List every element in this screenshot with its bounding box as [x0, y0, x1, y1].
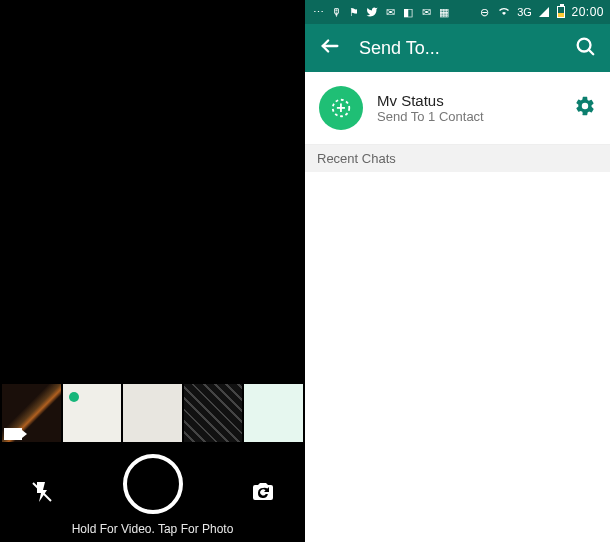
notification-icon: ⚑: [347, 5, 361, 19]
mail-icon: ✉: [383, 5, 397, 19]
shutter-button[interactable]: [123, 454, 183, 514]
svg-line-3: [589, 50, 593, 54]
twitter-icon: [365, 5, 379, 19]
camera-hint: Hold For Video. Tap For Photo: [0, 522, 305, 536]
app-bar: Send To...: [305, 24, 610, 72]
video-indicator-icon: [4, 428, 22, 440]
mail-icon: ✉: [419, 5, 433, 19]
signal-icon: [537, 5, 551, 19]
notification-icon: ◧: [401, 5, 415, 19]
battery-icon: [557, 6, 565, 18]
notification-icon: 🎙: [329, 5, 343, 19]
gear-icon[interactable]: [574, 95, 596, 121]
thumbnail[interactable]: [244, 384, 303, 442]
status-title: Mv Status: [377, 92, 560, 109]
search-icon[interactable]: [574, 35, 596, 61]
recent-thumbnails: [0, 384, 305, 442]
camera-viewfinder[interactable]: [0, 0, 305, 384]
my-status-row[interactable]: + Mv Status Send To 1 Contact: [305, 72, 610, 145]
status-subtitle: Send To 1 Contact: [377, 109, 560, 124]
thumbnail[interactable]: [2, 384, 61, 442]
recent-chats-header: Recent Chats: [305, 145, 610, 172]
status-text: Mv Status Send To 1 Contact: [377, 92, 560, 124]
send-to-pane: ⋯ 🎙 ⚑ ✉ ◧ ✉ ▦ ⊖ 3G 20:00 Send To...: [305, 0, 610, 542]
thumbnail[interactable]: [184, 384, 243, 442]
thumbnail[interactable]: [63, 384, 122, 442]
android-statusbar: ⋯ 🎙 ⚑ ✉ ◧ ✉ ▦ ⊖ 3G 20:00: [305, 0, 610, 24]
wifi-icon: [497, 5, 511, 19]
back-icon[interactable]: [319, 35, 341, 61]
dnd-icon: ⊖: [477, 5, 491, 19]
flash-off-icon[interactable]: [28, 478, 56, 506]
notification-icon: ▦: [437, 5, 451, 19]
status-add-icon: +: [319, 86, 363, 130]
thumbnail[interactable]: [123, 384, 182, 442]
page-title: Send To...: [359, 38, 440, 59]
camera-controls: Hold For Video. Tap For Photo: [0, 442, 305, 542]
network-label: 3G: [517, 5, 531, 19]
notification-icon: ⋯: [311, 5, 325, 19]
switch-camera-icon[interactable]: [249, 478, 277, 506]
clock: 20:00: [571, 5, 604, 19]
camera-pane: Hold For Video. Tap For Photo: [0, 0, 305, 542]
